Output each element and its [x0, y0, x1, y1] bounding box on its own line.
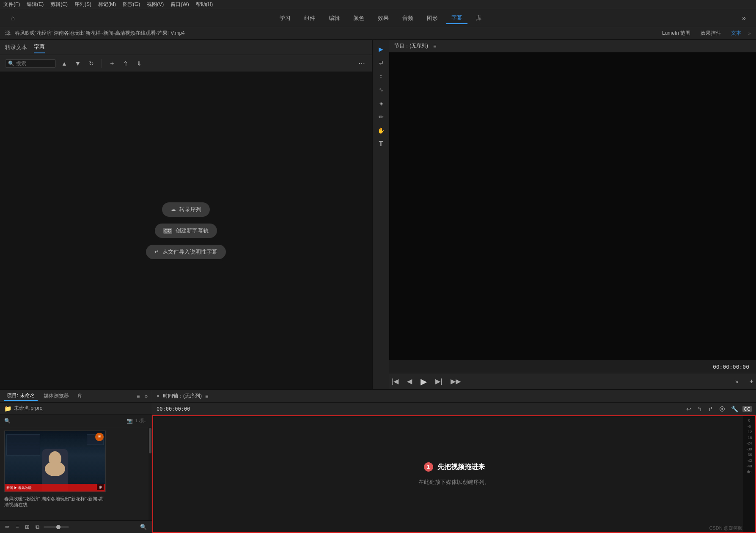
- caption-refresh-btn[interactable]: ↻: [86, 58, 96, 69]
- nav-tab-study[interactable]: 学习: [275, 13, 296, 24]
- nav-more-icon[interactable]: »: [739, 13, 749, 24]
- menu-marker[interactable]: 标记(M): [98, 1, 116, 8]
- tool-move[interactable]: ↕: [374, 70, 388, 82]
- footer-pen-btn[interactable]: ✏: [3, 523, 11, 531]
- import-caption-label: 从文件导入说明性字幕: [162, 248, 217, 256]
- tl-settings-btn[interactable]: 🔧: [729, 405, 740, 413]
- transcribe-sequence-label: 转录序列: [179, 206, 201, 213]
- watermark: CSDN @媛笑颜: [709, 525, 742, 531]
- timeline-title: 时间轴：(无序列): [163, 392, 202, 400]
- monitor-menu-icon[interactable]: ≡: [433, 43, 436, 49]
- tab-captions[interactable]: 字幕: [34, 41, 45, 53]
- nav-tab-color[interactable]: 颜色: [348, 13, 369, 24]
- drop-hint: 1 先把视频拖进来: [424, 462, 485, 472]
- tab-lumetri[interactable]: Lumetri 范围: [659, 28, 694, 39]
- caption-more-btn[interactable]: ⋯: [357, 58, 367, 69]
- menu-view[interactable]: 视图(V): [147, 1, 164, 8]
- tl-cc-btn[interactable]: CC: [742, 406, 752, 412]
- footer-list-btn[interactable]: ≡: [14, 523, 21, 531]
- proj-scroll-thumb[interactable]: [149, 428, 151, 453]
- bottom-layout: 项目: 未命名 媒体浏览器 库 ≡ » 📁 未命名.prproj 🔍 📷 1 项…: [0, 389, 756, 533]
- menu-help[interactable]: 帮助(H): [196, 1, 213, 8]
- menu-sequence[interactable]: 序列(S): [74, 1, 91, 8]
- tool-pen[interactable]: ✏: [374, 111, 388, 123]
- timeline-content[interactable]: 1 先把视频拖进来 在此处放下媒体以创建序列。 0 -6 -12 -18 -24…: [152, 415, 756, 533]
- project-filename: 📁 未命名.prproj: [0, 403, 152, 414]
- transcribe-sequence-btn[interactable]: ☁ 转录序列: [162, 202, 210, 217]
- drop-hint-text: 先把视频拖进来: [437, 463, 485, 472]
- nav-tab-effect[interactable]: 效果: [373, 13, 394, 24]
- caption-search-input[interactable]: [16, 61, 54, 66]
- footer-grid-btn[interactable]: ⊞: [23, 523, 31, 531]
- tool-transform[interactable]: ⤡: [374, 84, 388, 96]
- footer-freeform-btn[interactable]: ⧉: [34, 523, 41, 531]
- nav-tab-audio[interactable]: 音频: [397, 13, 418, 24]
- caption-down-btn[interactable]: ▼: [73, 58, 83, 69]
- tl-record-btn[interactable]: ⦿: [718, 405, 727, 413]
- nav-tab-component[interactable]: 组件: [299, 13, 320, 24]
- expand-icon[interactable]: »: [732, 376, 742, 387]
- caption-align-down-btn[interactable]: ⇓: [134, 58, 144, 69]
- menu-bar: 文件(F) 编辑(E) 剪辑(C) 序列(S) 标记(M) 图形(G) 视图(V…: [0, 0, 756, 9]
- nav-tab-library[interactable]: 库: [471, 13, 487, 24]
- caption-search-box[interactable]: 🔍: [5, 59, 56, 68]
- home-icon[interactable]: ⌂: [7, 12, 19, 24]
- tool-select[interactable]: ▶: [374, 43, 388, 55]
- add-marker-btn[interactable]: +: [747, 376, 756, 387]
- timeline-close-btn[interactable]: ×: [157, 393, 159, 399]
- play-btn[interactable]: ▶: [418, 375, 429, 388]
- monitor-preview: [389, 52, 756, 360]
- zoom-slider-thumb[interactable]: [56, 525, 60, 529]
- tl-undo-btn[interactable]: ↩: [685, 405, 693, 413]
- cc-icon: CC: [163, 228, 173, 234]
- menu-graphic[interactable]: 图形(G): [123, 1, 140, 8]
- tool-crop[interactable]: ◈: [374, 97, 388, 109]
- proj-camera-icon: 📷: [126, 418, 133, 424]
- caption-content-area: ☁ 转录序列 CC 创建新字幕轨 ↵ 从文件导入说明性字幕: [0, 72, 372, 389]
- import-caption-file-btn[interactable]: ↵ 从文件导入说明性字幕: [146, 245, 226, 259]
- step-back-btn[interactable]: |◀: [389, 376, 401, 387]
- create-caption-track-btn[interactable]: CC 创建新字幕轨: [155, 224, 217, 238]
- nav-tab-graphic[interactable]: 图形: [422, 13, 443, 24]
- forward-btn[interactable]: ▶|: [433, 376, 445, 387]
- nav-tab-caption[interactable]: 字幕: [446, 12, 467, 24]
- tool-arrow[interactable]: ⇄: [374, 57, 388, 69]
- tab-effectcontrol[interactable]: 效果控件: [697, 28, 724, 39]
- nav-tab-edit[interactable]: 编辑: [324, 13, 345, 24]
- tool-text[interactable]: T: [374, 138, 388, 150]
- timecode-value: 00:00:00:00: [713, 364, 749, 370]
- menu-clip[interactable]: 剪辑(C): [50, 1, 68, 8]
- tl-redo-btn[interactable]: ↰: [696, 405, 704, 413]
- project-tab-library[interactable]: 库: [75, 392, 85, 400]
- tool-hand[interactable]: ✋: [374, 124, 388, 136]
- audio-meter: 0 -6 -12 -18 -24 -30 -36 -42 -48 dB: [743, 416, 755, 532]
- menu-file[interactable]: 文件(F): [3, 1, 20, 8]
- video-thumbnail[interactable]: 新闻 ▶ 春风吹暖 芒 ⊕: [4, 431, 106, 492]
- project-tab-project[interactable]: 项目: 未命名: [4, 391, 38, 401]
- monitor-title: 节目：(无序列): [394, 42, 428, 50]
- project-tab-media[interactable]: 媒体浏览器: [41, 392, 71, 400]
- step-forward-btn[interactable]: ▶▶: [448, 376, 463, 387]
- meter-label-48: -48: [746, 464, 752, 469]
- menu-edit[interactable]: 编辑(E): [27, 1, 44, 8]
- zoom-slider[interactable]: [44, 526, 69, 528]
- proj-scrollbar[interactable]: [148, 427, 152, 520]
- tab-transcribe[interactable]: 转录文本: [5, 42, 27, 53]
- menu-window[interactable]: 窗口(W): [170, 1, 189, 8]
- meter-label-12: -12: [746, 429, 752, 435]
- caption-add-btn[interactable]: +: [107, 58, 117, 69]
- back-btn[interactable]: ◀: [404, 376, 415, 387]
- video-title: 春风吹暖"花经济" 湖南各地玩出"新花样"-新闻-高清视频在线: [4, 496, 106, 508]
- tab-text[interactable]: 文本: [728, 28, 745, 39]
- top-nav: ⌂ 学习 组件 编辑 颜色 效果 音频 图形 字幕 库 »: [0, 9, 756, 27]
- footer-search-btn[interactable]: 🔍: [138, 523, 148, 531]
- proj-more-arrow[interactable]: »: [145, 393, 148, 399]
- import-icon: ↵: [154, 249, 159, 255]
- caption-up-btn[interactable]: ▲: [59, 58, 69, 69]
- toolbar-sep-1: [102, 59, 102, 68]
- proj-more-icon[interactable]: ≡: [137, 393, 140, 399]
- timeline-menu-icon[interactable]: ≡: [205, 393, 208, 399]
- proj-search-input[interactable]: [13, 418, 124, 424]
- tl-ripple-btn[interactable]: ↱: [707, 405, 715, 413]
- caption-align-up-btn[interactable]: ⇑: [121, 58, 131, 69]
